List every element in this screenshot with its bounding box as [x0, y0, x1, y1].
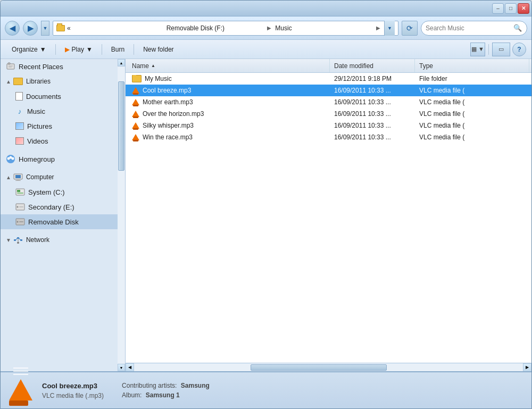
- h-scroll-right[interactable]: ▶: [523, 363, 531, 372]
- new-folder-button[interactable]: New folder: [137, 42, 179, 57]
- recent-places-icon: [6, 62, 15, 71]
- organize-button[interactable]: Organize ▼: [6, 42, 52, 57]
- address-path-bar[interactable]: « Removable Disk (F:) ▶ Music ▶ ▼: [53, 21, 398, 36]
- svg-line-25: [16, 238, 17, 240]
- file-list: My Music 29/12/2011 9:18 PM File folder …: [126, 73, 531, 363]
- help-button[interactable]: ?: [512, 43, 526, 56]
- file-row-cool-breeze[interactable]: Cool breeze.mp3 16/09/2011 10:33 ... VLC…: [126, 85, 531, 96]
- file-name-text: Mother earth.mp3: [143, 98, 193, 106]
- sidebar-scroll-down[interactable]: ▼: [118, 364, 125, 371]
- sidebar-item-label: Pictures: [27, 122, 52, 130]
- documents-icon: [15, 92, 23, 101]
- sidebar-item-label: Computer: [26, 173, 54, 181]
- file-type-cool-breeze: VLC media file (: [415, 87, 529, 94]
- forward-button[interactable]: ▶: [23, 21, 38, 36]
- content-pane: Name ▲ Date modified Type My Music 29/12…: [126, 59, 531, 371]
- nav-dropdown-button[interactable]: ▼: [41, 21, 49, 36]
- column-header-date[interactable]: Date modified: [330, 59, 415, 72]
- sidebar-item-removable[interactable]: Removable Disk: [1, 214, 118, 229]
- file-row-mother-earth[interactable]: Mother earth.mp3 16/09/2011 10:33 ... VL…: [126, 96, 531, 108]
- file-row-win-race[interactable]: Win the race.mp3 16/09/2011 10:33 ... VL…: [126, 131, 531, 143]
- file-date-win-race: 16/09/2011 10:33 ...: [330, 133, 415, 141]
- maximize-button[interactable]: □: [505, 3, 517, 14]
- file-row-silky-whisper[interactable]: Silky whisper.mp3 16/09/2011 10:33 ... V…: [126, 120, 531, 131]
- sidebar-scroll-up[interactable]: ▲: [118, 59, 125, 66]
- svg-rect-14: [17, 193, 23, 194]
- path-segment-3: Music: [275, 24, 372, 32]
- svg-rect-1: [8, 63, 10, 64]
- pane-button[interactable]: ▭: [492, 43, 510, 56]
- file-name-text: My Music: [145, 75, 172, 82]
- pictures-icon: [15, 122, 24, 130]
- window: – □ ✕ ◀ ▶ ▼ « Removable Disk (F:) ▶ Musi…: [0, 0, 532, 409]
- file-name-cool-breeze: Cool breeze.mp3: [128, 86, 330, 95]
- file-row-my-music[interactable]: My Music 29/12/2011 9:18 PM File folder: [126, 73, 531, 85]
- vlc-icon: [132, 110, 139, 118]
- sidebar-item-system-c[interactable]: System (C:): [1, 185, 118, 199]
- sidebar-item-music[interactable]: ♪ Music: [1, 104, 118, 119]
- file-name-text: Silky whisper.mp3: [143, 122, 194, 129]
- h-scroll-thumb[interactable]: [251, 364, 387, 371]
- file-type-silky-whisper: VLC media file (: [415, 122, 529, 129]
- status-album-row: Album: Samsung 1: [122, 391, 210, 399]
- sidebar-item-label: Homegroup: [19, 155, 55, 163]
- search-input[interactable]: [426, 24, 511, 32]
- svg-rect-17: [19, 206, 23, 207]
- svg-point-16: [17, 206, 19, 208]
- svg-rect-23: [20, 239, 22, 241]
- sort-arrow-name: ▲: [151, 63, 155, 68]
- sidebar-item-computer[interactable]: ▲ Computer: [1, 170, 118, 185]
- sidebar-item-network[interactable]: ▼ Network: [1, 232, 118, 247]
- h-scroll-left[interactable]: ◀: [126, 363, 134, 372]
- svg-rect-20: [19, 221, 23, 222]
- burn-label: Burn: [111, 46, 124, 53]
- search-button[interactable]: 🔍: [513, 23, 522, 33]
- sidebar-item-label: Documents: [26, 93, 61, 101]
- sidebar-scroll-area: Recent Places ▲ Libraries Documents: [1, 59, 125, 371]
- sidebar-item-documents[interactable]: Documents: [1, 89, 118, 104]
- file-name-text: Win the race.mp3: [143, 133, 193, 141]
- refresh-button[interactable]: ⟳: [402, 21, 418, 36]
- sidebar-scrollbar: ▲ ▼: [118, 59, 125, 371]
- play-button[interactable]: ▶ Play ▼: [59, 42, 98, 57]
- column-header-name[interactable]: Name ▲: [128, 59, 330, 72]
- vlc-large-icon: [7, 375, 35, 406]
- sidebar-item-homegroup[interactable]: Homegroup: [1, 152, 118, 166]
- sidebar-item-pictures[interactable]: Pictures: [1, 119, 118, 133]
- close-button[interactable]: ✕: [518, 3, 529, 14]
- vlc-icon: [132, 121, 139, 130]
- file-row-over-horizon[interactable]: Over the horizon.mp3 16/09/2011 10:33 ..…: [126, 108, 531, 120]
- minimize-button[interactable]: –: [492, 3, 504, 14]
- file-date-cool-breeze: 16/09/2011 10:33 ...: [330, 87, 415, 94]
- file-date-silky-whisper: 16/09/2011 10:33 ...: [330, 122, 415, 129]
- svg-rect-24: [17, 242, 19, 244]
- path-dropdown-button[interactable]: ▼: [384, 21, 395, 36]
- sidebar-item-secondary-e[interactable]: Secondary (E:): [1, 199, 118, 214]
- sidebar-item-label: Libraries: [26, 78, 51, 85]
- sidebar-item-videos[interactable]: Videos: [1, 133, 118, 148]
- sidebar-item-label: Videos: [27, 137, 48, 145]
- svg-rect-13: [17, 190, 20, 192]
- svg-point-19: [17, 221, 19, 223]
- back-button[interactable]: ◀: [5, 21, 20, 36]
- sidebar-item-recent-places[interactable]: Recent Places: [1, 59, 118, 74]
- organize-dropdown-icon: ▼: [40, 46, 46, 53]
- column-header-type[interactable]: Type: [415, 59, 529, 72]
- titlebar: – □ ✕: [1, 1, 531, 16]
- view-button[interactable]: ▦ ▼: [470, 43, 485, 56]
- homegroup-icon: [6, 154, 15, 164]
- sidebar-scroll-thumb[interactable]: [118, 81, 124, 171]
- file-type-win-race: VLC media file (: [415, 133, 529, 141]
- play-label: Play: [72, 46, 84, 53]
- column-type-label: Type: [419, 62, 433, 70]
- sidebar-item-libraries[interactable]: ▲ Libraries: [1, 74, 118, 89]
- path-folder-icon: [56, 25, 65, 31]
- videos-icon: [15, 137, 24, 145]
- svg-rect-21: [14, 239, 16, 241]
- music-icon: ♪: [15, 107, 24, 115]
- file-date-my-music: 29/12/2011 9:18 PM: [330, 75, 415, 82]
- vlc-icon: [132, 133, 139, 141]
- sidebar: Recent Places ▲ Libraries Documents: [1, 59, 126, 371]
- toolbar-separator-2: [102, 44, 102, 55]
- burn-button[interactable]: Burn: [105, 42, 130, 57]
